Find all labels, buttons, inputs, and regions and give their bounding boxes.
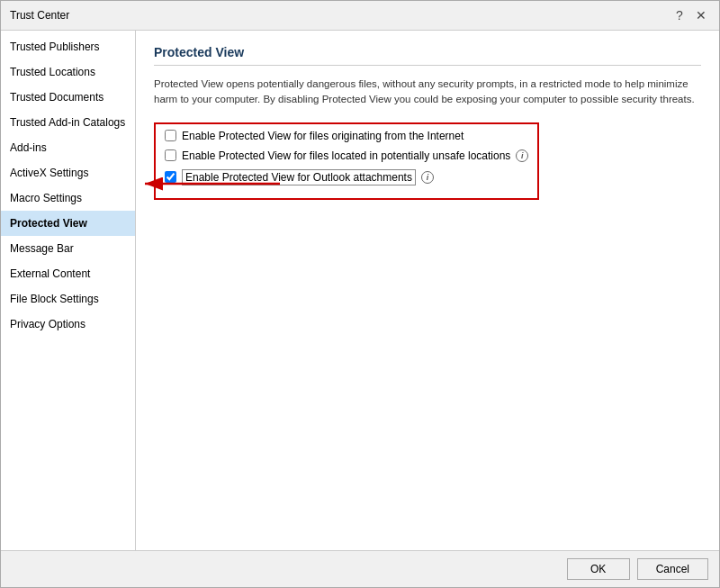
cancel-button[interactable]: Cancel (637, 558, 708, 580)
title-bar-buttons: ? ✕ (670, 6, 710, 24)
checkbox-row-outlook: Enable Protected View for Outlook attach… (165, 169, 528, 185)
description-text: Protected View opens potentially dangero… (154, 77, 701, 108)
sidebar-item-protected-view[interactable]: Protected View (1, 211, 135, 236)
sidebar-item-trusted-publishers[interactable]: Trusted Publishers (1, 34, 135, 59)
title-bar: Trust Center ? ✕ (1, 1, 719, 31)
sidebar-item-trusted-locations[interactable]: Trusted Locations (1, 59, 135, 85)
dialog-title: Trust Center (10, 9, 69, 22)
close-button[interactable]: ✕ (692, 6, 710, 24)
checkbox-unsafe[interactable] (165, 149, 176, 161)
info-icon-outlook[interactable]: i (421, 171, 434, 184)
checkboxes-block: Enable Protected View for files originat… (154, 122, 539, 200)
sidebar-item-external-content[interactable]: External Content (1, 261, 135, 286)
sidebar-item-trusted-addin-catalogs[interactable]: Trusted Add-in Catalogs (1, 110, 135, 135)
sidebar-item-add-ins[interactable]: Add-ins (1, 135, 135, 160)
sidebar-item-file-block-settings[interactable]: File Block Settings (1, 286, 135, 312)
ok-button[interactable]: OK (567, 558, 630, 580)
checkbox-internet[interactable] (165, 130, 176, 141)
checkbox-row-unsafe: Enable Protected View for files located … (165, 149, 528, 162)
help-button[interactable]: ? (670, 6, 688, 24)
info-icon-unsafe[interactable]: i (516, 149, 528, 162)
dialog-footer: OK Cancel (1, 550, 719, 587)
sidebar-item-privacy-options[interactable]: Privacy Options (1, 312, 135, 337)
trust-center-dialog: Trust Center ? ✕ Trusted PublishersTrust… (0, 0, 720, 588)
checkbox-outlook[interactable] (165, 171, 176, 183)
checkbox-outlook-label: Enable Protected View for Outlook attach… (182, 169, 416, 185)
sidebar-item-message-bar[interactable]: Message Bar (1, 236, 135, 261)
checkbox-internet-label: Enable Protected View for files originat… (182, 130, 464, 142)
sidebar-item-macro-settings[interactable]: Macro Settings (1, 185, 135, 211)
content-area: Protected View Protected View opens pote… (136, 31, 719, 550)
sidebar-item-activex-settings[interactable]: ActiveX Settings (1, 160, 135, 185)
section-title: Protected View (154, 45, 701, 66)
dialog-body: Trusted PublishersTrusted LocationsTrust… (1, 31, 719, 550)
sidebar: Trusted PublishersTrusted LocationsTrust… (1, 31, 136, 550)
sidebar-item-trusted-documents[interactable]: Trusted Documents (1, 85, 135, 110)
checkbox-unsafe-label: Enable Protected View for files located … (182, 149, 510, 162)
checkbox-row-internet: Enable Protected View for files originat… (165, 130, 528, 142)
